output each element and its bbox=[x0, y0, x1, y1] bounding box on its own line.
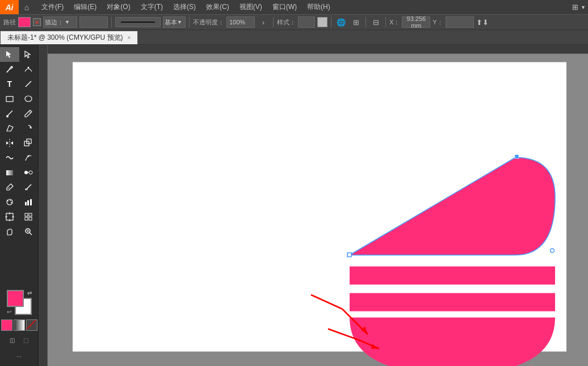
opacity-label: 不透明度： bbox=[193, 18, 224, 27]
tool-ellipse[interactable] bbox=[19, 91, 39, 106]
sep5 bbox=[366, 17, 366, 27]
svg-marker-9 bbox=[6, 141, 9, 145]
reset-colors-icon[interactable]: ↩ bbox=[7, 309, 11, 315]
tool-rect[interactable] bbox=[0, 91, 19, 106]
color-none-mode[interactable] bbox=[26, 319, 37, 331]
menu-file[interactable]: 文件(F) bbox=[37, 1, 68, 13]
workspace-icon[interactable]: ⊞ bbox=[572, 3, 578, 11]
tool-row-6 bbox=[0, 136, 38, 150]
color-swatches[interactable]: ⇄ ↩ bbox=[7, 290, 32, 315]
home-icon[interactable]: ⌂ bbox=[19, 0, 35, 14]
svg-line-18 bbox=[8, 187, 10, 189]
tool-symbol-spray[interactable] bbox=[0, 195, 19, 209]
style-input[interactable] bbox=[298, 16, 315, 28]
foreground-color-swatch[interactable] bbox=[7, 290, 24, 307]
transform-options[interactable]: ⬆⬇ bbox=[476, 16, 489, 28]
foreground-color-inner bbox=[10, 293, 21, 304]
tool-curvature[interactable] bbox=[19, 62, 39, 77]
canvas-area bbox=[39, 45, 588, 366]
artwork-middle-rect-1[interactable] bbox=[350, 267, 555, 285]
tool-pencil[interactable] bbox=[19, 106, 39, 121]
left-toolbar: T bbox=[0, 45, 39, 366]
tool-artboard[interactable] bbox=[0, 209, 19, 224]
sep4 bbox=[331, 17, 331, 27]
extra-tools-row: ◫ ⬚ bbox=[0, 335, 38, 344]
tool-eraser[interactable] bbox=[0, 121, 19, 136]
fill-color-box[interactable] bbox=[18, 17, 31, 27]
menu-edit[interactable]: 编辑(E) bbox=[69, 1, 101, 13]
svg-line-39 bbox=[30, 233, 32, 235]
menu-effect[interactable]: 效果(C) bbox=[201, 1, 234, 13]
x-label: X： bbox=[389, 18, 400, 27]
tool-reflect[interactable] bbox=[0, 136, 19, 150]
svg-point-22 bbox=[7, 199, 12, 205]
color-fill-mode[interactable] bbox=[1, 319, 12, 331]
align-icon[interactable]: ⊟ bbox=[369, 16, 382, 28]
menu-text[interactable]: 文字(T) bbox=[136, 1, 167, 13]
svg-point-1 bbox=[28, 67, 30, 69]
svg-rect-37 bbox=[29, 217, 32, 220]
grid-icon[interactable]: ⊞ bbox=[350, 16, 362, 28]
workspace-dropdown-arrow[interactable]: ▼ bbox=[581, 5, 586, 10]
svg-rect-3 bbox=[6, 96, 13, 102]
tool-pen[interactable] bbox=[0, 62, 19, 77]
tool-select[interactable] bbox=[0, 47, 19, 62]
artwork-middle-rect-2[interactable] bbox=[350, 293, 555, 312]
tab-close-button[interactable]: × bbox=[128, 35, 131, 41]
menu-view[interactable]: 视图(V) bbox=[235, 1, 267, 13]
tool-line[interactable] bbox=[19, 77, 39, 91]
tool-hand[interactable] bbox=[0, 224, 19, 239]
svg-point-5 bbox=[6, 115, 9, 117]
menu-select[interactable]: 选择(S) bbox=[169, 1, 200, 13]
svg-marker-7 bbox=[30, 127, 31, 129]
tool-measure[interactable] bbox=[19, 180, 39, 195]
svg-point-15 bbox=[24, 171, 28, 174]
stroke-style-dropdown[interactable]: 基本 ▼ bbox=[163, 16, 186, 28]
svg-line-19 bbox=[26, 184, 31, 190]
stroke-check[interactable]: ✕ bbox=[33, 18, 41, 26]
artwork-bottom-shape[interactable] bbox=[350, 318, 555, 367]
tool-scale[interactable] bbox=[19, 136, 39, 150]
tool-extra-1[interactable]: ◫ bbox=[7, 335, 18, 344]
tool-paintbrush[interactable] bbox=[0, 106, 19, 121]
tab-bar: 未标题-1* @ 300% (CMYK/GPU 预览) × bbox=[0, 30, 588, 45]
tool-type[interactable]: T bbox=[0, 77, 19, 91]
svg-point-13 bbox=[28, 155, 30, 157]
tool-row-0 bbox=[0, 47, 38, 62]
tool-freeform[interactable] bbox=[19, 150, 39, 165]
stroke-width-input[interactable] bbox=[79, 16, 108, 28]
style-label: 样式： bbox=[277, 18, 296, 27]
tool-blend[interactable] bbox=[19, 165, 39, 180]
tool-row-12 bbox=[0, 224, 38, 239]
path-label: 路径 bbox=[3, 18, 16, 27]
tool-rotate[interactable] bbox=[19, 121, 39, 136]
app-logo: Ai bbox=[0, 0, 19, 14]
properties-bar: 路径 ✕ 描边： ▼ 基本 ▼ 不透明度： 100% › 样式： 🌐 ⊞ ⊟ X… bbox=[0, 14, 588, 30]
color-gradient-mode[interactable] bbox=[14, 319, 25, 331]
stroke-dropdown[interactable]: 描边： ▼ bbox=[43, 16, 77, 28]
sep3 bbox=[273, 17, 274, 27]
tool-gradient[interactable] bbox=[0, 165, 19, 180]
tool-eyedropper[interactable] bbox=[0, 180, 19, 195]
svg-point-24 bbox=[10, 200, 11, 201]
globe-icon[interactable]: 🌐 bbox=[335, 16, 347, 28]
y-input[interactable] bbox=[446, 16, 474, 28]
more-tools[interactable]: ··· bbox=[8, 349, 31, 364]
tool-direct-select[interactable] bbox=[19, 47, 39, 62]
opacity-arrow-right[interactable]: › bbox=[257, 16, 270, 28]
tool-extra-2[interactable]: ⬚ bbox=[20, 335, 32, 344]
tab-main[interactable]: 未标题-1* @ 300% (CMYK/GPU 预览) × bbox=[0, 31, 138, 44]
menu-window[interactable]: 窗口(W) bbox=[268, 1, 301, 13]
tool-column-graph[interactable] bbox=[19, 195, 39, 209]
tool-slice[interactable] bbox=[19, 209, 39, 224]
style-swatch[interactable] bbox=[317, 17, 327, 27]
x-input[interactable]: 93.256 mm bbox=[402, 16, 430, 28]
tool-zoom[interactable] bbox=[19, 224, 39, 239]
menu-help[interactable]: 帮助(H) bbox=[303, 1, 335, 13]
swap-colors-icon[interactable]: ⇄ bbox=[27, 290, 32, 296]
opacity-input[interactable]: 100% bbox=[226, 16, 255, 28]
color-mode-row bbox=[0, 319, 38, 331]
menu-object[interactable]: 对象(O) bbox=[102, 1, 135, 13]
tool-warp[interactable] bbox=[0, 150, 19, 165]
menu-bar: Ai ⌂ 文件(F) 编辑(E) 对象(O) 文字(T) 选择(S) 效果(C)… bbox=[0, 0, 588, 14]
